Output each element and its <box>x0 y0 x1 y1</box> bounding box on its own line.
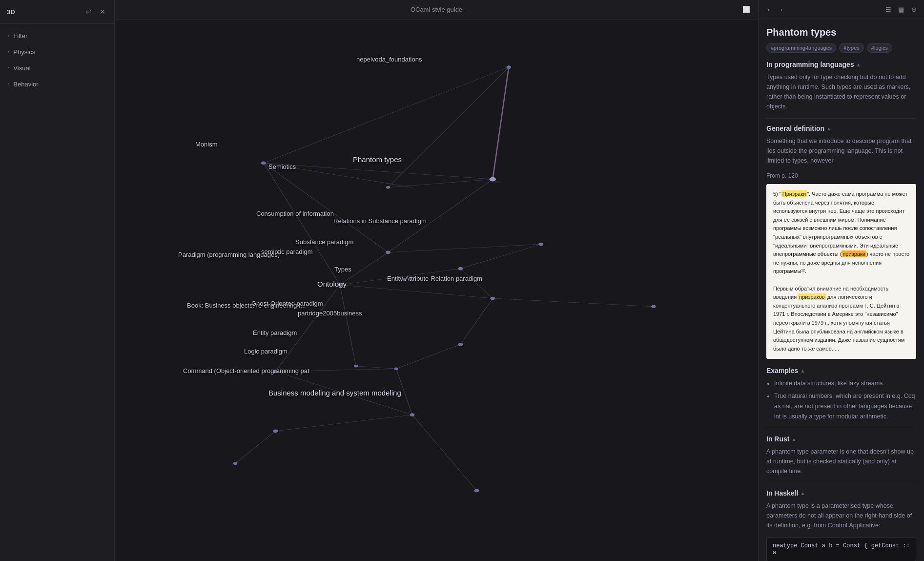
svg-line-22 <box>276 372 412 415</box>
svg-line-19 <box>396 344 461 369</box>
excerpt-highlight-3: призраков <box>798 293 825 300</box>
svg-line-10 <box>460 269 493 298</box>
section-arrow-2-icon: ▲ <box>826 126 831 131</box>
physics-chevron-icon: › <box>8 49 9 55</box>
svg-point-31 <box>490 177 496 182</box>
svg-point-30 <box>386 186 390 189</box>
tag-programming-languages[interactable]: #programming-languages <box>766 43 836 53</box>
svg-point-28 <box>506 65 511 69</box>
svg-line-17 <box>460 298 493 344</box>
sidebar-item-filter[interactable]: › Filter <box>0 28 114 44</box>
svg-line-24 <box>235 431 275 464</box>
sidebar-header-left: 3D <box>7 8 15 16</box>
section-arrow-icon: ▲ <box>856 62 861 67</box>
svg-line-15 <box>340 285 356 366</box>
sidebar-item-visual-label: Visual <box>13 64 30 72</box>
svg-line-3 <box>264 163 412 187</box>
svg-point-35 <box>337 283 342 287</box>
close-button[interactable]: ✕ <box>98 7 107 17</box>
panel-prev-button[interactable]: ‹ <box>763 4 774 15</box>
divider-2 <box>766 429 916 429</box>
sidebar-item-physics[interactable]: › Physics <box>0 44 114 60</box>
divider-1 <box>766 118 916 119</box>
excerpt-highlight-2: призраки <box>842 250 866 257</box>
right-panel: ‹ › ☰ ▦ ⊕ Phantom types #programming-lan… <box>758 0 924 561</box>
sidebar-item-behavior[interactable]: › Behavior <box>0 76 114 92</box>
sidebar-item-behavior-label: Behavior <box>13 81 38 88</box>
panel-grid-view-button[interactable]: ▦ <box>896 4 906 15</box>
section-examples-arrow-icon: ▲ <box>800 368 805 374</box>
sidebar-item-visual[interactable]: › Visual <box>0 60 114 76</box>
graph-area[interactable]: OCaml style guide ⬜ <box>115 0 758 561</box>
svg-line-12 <box>340 269 460 285</box>
svg-point-39 <box>273 370 278 374</box>
svg-line-14 <box>276 285 340 371</box>
behavior-chevron-icon: › <box>8 82 9 87</box>
from-page-label: From p. 120 <box>766 172 916 179</box>
section-in-programming-languages-text: Types used only for type checking but do… <box>766 72 916 111</box>
section-haskell-arrow-icon: ▲ <box>800 491 805 496</box>
svg-point-45 <box>233 462 237 465</box>
section-in-rust: In Rust ▲ <box>766 435 916 443</box>
svg-line-4 <box>264 163 388 252</box>
svg-line-2 <box>264 163 493 179</box>
sidebar-label: 3D <box>7 8 15 16</box>
sidebar-header: 3D ↩ ✕ <box>0 0 114 24</box>
panel-toolbar-right: ☰ ▦ ⊕ <box>883 4 919 15</box>
svg-point-32 <box>386 251 390 254</box>
svg-point-44 <box>273 430 278 433</box>
section-in-haskell-text: A phantom type is a parameterised type w… <box>766 501 916 530</box>
excerpt-text-end: для логического и концептуального анализ… <box>773 294 904 352</box>
section-general-definition-text: Something that we introduce to describe … <box>766 136 916 166</box>
example-item-2: True natural numbers, which are present … <box>774 391 916 422</box>
divider-3 <box>766 483 916 483</box>
svg-line-21 <box>396 369 412 415</box>
svg-point-34 <box>458 267 463 270</box>
examples-list: Infinite data structures, like lazy stre… <box>766 378 916 422</box>
tags-container: #programming-languages #types #logics <box>766 43 916 53</box>
section-in-rust-text: A phantom type parameter is one that doe… <box>766 447 916 476</box>
svg-line-27 <box>388 67 509 187</box>
tag-types[interactable]: #types <box>839 43 863 53</box>
svg-line-13 <box>340 252 388 285</box>
svg-point-33 <box>538 243 543 246</box>
sidebar-item-physics-label: Physics <box>13 48 35 56</box>
sidebar-nav: › Filter › Physics › Visual › Behavior <box>0 24 114 96</box>
svg-point-38 <box>651 305 656 308</box>
panel-list-view-button[interactable]: ☰ <box>883 4 894 15</box>
svg-line-25 <box>412 415 477 491</box>
tag-logics[interactable]: #logics <box>867 43 892 53</box>
svg-line-16 <box>493 298 653 307</box>
code-block: newtype Const a b = Const { getConst :: … <box>766 537 916 561</box>
svg-point-36 <box>402 278 406 281</box>
svg-point-46 <box>474 489 479 493</box>
panel-content: Phantom types #programming-languages #ty… <box>759 19 924 561</box>
svg-line-23 <box>276 415 412 431</box>
svg-line-11 <box>340 285 493 298</box>
sidebar-toggle-icon[interactable]: ⬜ <box>740 4 752 16</box>
panel-expand-button[interactable]: ⊕ <box>908 4 919 15</box>
svg-line-20 <box>356 366 396 369</box>
section-in-haskell: In Haskell ▲ <box>766 489 916 497</box>
svg-line-26 <box>264 67 509 163</box>
svg-line-6 <box>388 179 493 187</box>
example-item-1: Infinite data structures, like lazy stre… <box>774 378 916 389</box>
filter-chevron-icon: › <box>8 33 9 39</box>
svg-line-5 <box>264 163 340 285</box>
svg-line-18 <box>276 369 396 372</box>
sidebar: 3D ↩ ✕ › Filter › Physics › Visual › Beh… <box>0 0 115 561</box>
section-examples: Examples ▲ <box>766 367 916 374</box>
panel-toolbar: ‹ › ☰ ▦ ⊕ <box>759 0 924 19</box>
sidebar-item-filter-label: Filter <box>13 32 27 40</box>
panel-next-button[interactable]: › <box>776 4 787 15</box>
svg-point-41 <box>458 343 463 346</box>
undo-button[interactable]: ↩ <box>84 7 94 17</box>
book-excerpt: 5) "Призраки". Часто даже сама программа… <box>766 184 916 359</box>
svg-point-43 <box>410 413 415 416</box>
excerpt-text-before: 5) " <box>773 191 781 197</box>
svg-line-1 <box>493 67 509 180</box>
section-rust-arrow-icon: ▲ <box>791 436 796 442</box>
svg-line-7 <box>388 179 493 252</box>
graph-canvas[interactable]: nepeivoda_foundations Monism Semiotics P… <box>115 20 758 561</box>
top-bar-actions: ⬜ <box>740 4 752 16</box>
